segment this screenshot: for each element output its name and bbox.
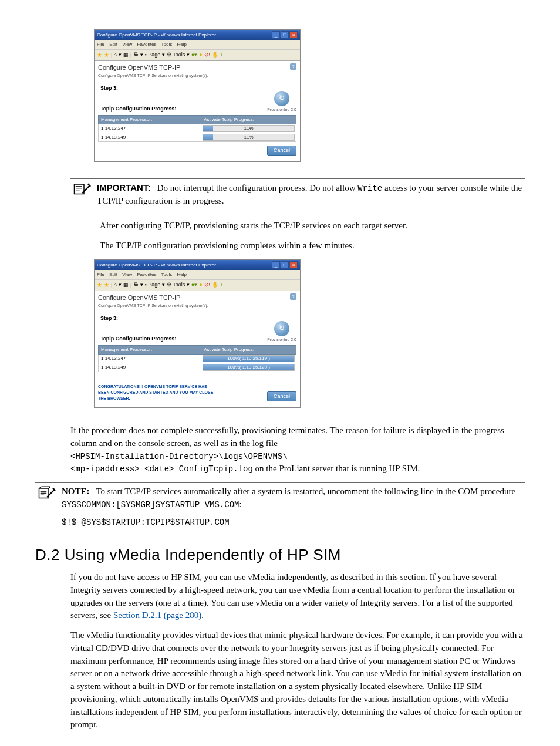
ie-toolbar: ★ ★ | ⌂ ▾ ▦ | 🖶 ▾ ▫ Page ▾ ⚙ Tools ▾ ●▾ … bbox=[95, 49, 300, 62]
progress-table: Management Processor: Activate Tcpip Pro… bbox=[98, 345, 296, 372]
tools-menu[interactable]: ⚙ Tools ▾ bbox=[167, 281, 190, 289]
section-heading: D.2 Using vMedia Independently of HP SIM bbox=[35, 544, 525, 566]
stop-icon[interactable]: ⊘! bbox=[204, 51, 211, 59]
hand-icon[interactable]: ✋ bbox=[212, 51, 218, 59]
screenshot-configure-tcpip-progress: Configure OpenVMS TCP-IP - Windows Inter… bbox=[94, 29, 301, 162]
tools-menu[interactable]: ⚙ Tools ▾ bbox=[167, 51, 190, 59]
link-section-d21[interactable]: Section D.2.1 (page 280) bbox=[113, 610, 201, 620]
page-menu[interactable]: ▫ Page ▾ bbox=[145, 51, 165, 59]
note-block: NOTE: To start TCP/IP services automatic… bbox=[35, 482, 525, 531]
note-icon bbox=[35, 485, 62, 504]
th-progress: Activate Tcpip Progress: bbox=[201, 116, 296, 124]
menu-favorites[interactable]: Favorites bbox=[137, 272, 157, 277]
important-label: IMPORTANT: bbox=[97, 183, 150, 193]
provisioning-icon: ↻ Provisioning 2.0 bbox=[267, 321, 296, 343]
circle-icon[interactable]: ● bbox=[199, 51, 202, 59]
window-title: Configure OpenVMS TCP-IP - Windows Inter… bbox=[97, 262, 216, 269]
th-mp: Management Processor: bbox=[99, 346, 201, 355]
star-icon[interactable]: ★ bbox=[104, 281, 109, 290]
page-content: Configure OpenVMS TCP-IP Configure OpenV… bbox=[95, 291, 300, 407]
progress-caption: Tcpip Configuration Progress: bbox=[98, 335, 176, 343]
progress-table: Management Processor: Activate Tcpip Pro… bbox=[98, 115, 296, 142]
step-label: Step 3: bbox=[98, 85, 176, 92]
section-paragraph: The vMedia functionality provides virtua… bbox=[70, 629, 525, 731]
menu-edit[interactable]: Edit bbox=[109, 272, 117, 277]
menu-edit[interactable]: Edit bbox=[109, 42, 117, 47]
code-path: <HPSIM-Installation-Directory>\logs\OPEN… bbox=[70, 452, 288, 461]
code-com: SYS$COMMON:[SYSMGR]SYSTARTUP_VMS.COM bbox=[62, 500, 239, 509]
menu-tools[interactable]: Tools bbox=[161, 42, 173, 47]
ie-titlebar: Configure OpenVMS TCP-IP - Windows Inter… bbox=[95, 260, 300, 270]
minimize-icon[interactable]: _ bbox=[272, 31, 280, 39]
menu-file[interactable]: File bbox=[97, 272, 104, 277]
menu-help[interactable]: Help bbox=[177, 42, 187, 47]
important-icon bbox=[70, 181, 97, 200]
music-icon[interactable]: ♪ bbox=[220, 281, 223, 289]
section-paragraph: If you do not have access to HP SIM, you… bbox=[70, 571, 525, 622]
print-icon[interactable]: 🖶 ▾ bbox=[133, 51, 143, 59]
ie-titlebar: Configure OpenVMS TCP-IP - Windows Inter… bbox=[95, 30, 300, 40]
feed-icon[interactable]: ▦ bbox=[123, 281, 129, 289]
print-icon[interactable]: 🖶 ▾ bbox=[133, 281, 143, 289]
config-subtitle: Configure OpenVMS TCP-IP Services on exi… bbox=[98, 303, 208, 309]
table-row: 1.14.13.249 11% bbox=[99, 133, 296, 141]
body-paragraph: The TCP/IP configuration provisioning co… bbox=[100, 239, 525, 252]
note-label: NOTE: bbox=[62, 487, 90, 496]
th-progress: Activate Tcpip Progress: bbox=[201, 346, 296, 355]
circle-icon[interactable]: ●▾ bbox=[191, 281, 197, 289]
menu-tools[interactable]: Tools bbox=[161, 272, 173, 277]
screenshot-configure-tcpip-complete: Configure OpenVMS TCP-IP - Windows Inter… bbox=[94, 259, 301, 408]
progress-caption: Tcpip Configuration Progress: bbox=[98, 105, 176, 113]
ie-menubar: File Edit View Favorites Tools Help bbox=[95, 40, 300, 49]
home-dropdown-icon[interactable]: ⌂ ▾ bbox=[114, 51, 122, 59]
cell-progress: 100%( 1.10.25.119 ) bbox=[201, 354, 296, 363]
ie-toolbar: ★ ★ | ⌂ ▾ ▦ | 🖶 ▾ ▫ Page ▾ ⚙ Tools ▾ ●▾ … bbox=[95, 279, 300, 292]
page-menu[interactable]: ▫ Page ▾ bbox=[145, 281, 165, 289]
cancel-button[interactable]: Cancel bbox=[267, 146, 296, 156]
cell-progress: 100%( 1.10.25.120 ) bbox=[201, 363, 296, 372]
cell-progress: 11% bbox=[201, 133, 296, 141]
cell-ip: 1.14.13.249 bbox=[99, 363, 201, 372]
maximize-icon[interactable]: □ bbox=[281, 261, 289, 269]
table-row: 1.14.13.247 100%( 1.10.25.119 ) bbox=[99, 354, 296, 363]
maximize-icon[interactable]: □ bbox=[281, 31, 289, 39]
provisioning-icon: ↻ Provisioning 2.0 bbox=[267, 91, 296, 113]
th-mp: Management Processor: bbox=[99, 116, 201, 124]
star-icon[interactable]: ★ bbox=[97, 51, 102, 60]
body-paragraph: After configuring TCP/IP, provisioning s… bbox=[100, 220, 525, 232]
menu-view[interactable]: View bbox=[122, 42, 132, 47]
menu-file[interactable]: File bbox=[97, 42, 104, 47]
table-row: 1.14.13.247 11% bbox=[99, 124, 296, 133]
star-icon[interactable]: ★ bbox=[97, 281, 102, 290]
cancel-button[interactable]: Cancel bbox=[267, 391, 296, 401]
important-note: IMPORTANT: Do not interrupt the configur… bbox=[70, 178, 525, 211]
help-icon[interactable]: ? bbox=[290, 293, 296, 300]
hand-icon[interactable]: ✋ bbox=[212, 281, 218, 289]
feed-icon[interactable]: ▦ bbox=[123, 51, 129, 59]
home-dropdown-icon[interactable]: ⌂ ▾ bbox=[114, 281, 122, 289]
minimize-icon[interactable]: _ bbox=[272, 261, 280, 269]
help-icon[interactable]: ? bbox=[290, 63, 296, 70]
globe-icon: ↻ bbox=[274, 321, 289, 336]
window-title: Configure OpenVMS TCP-IP - Windows Inter… bbox=[97, 32, 216, 39]
code-startup: $!$ @SYS$STARTUP:TCPIP$STARTUP.COM bbox=[62, 518, 230, 527]
circle-icon[interactable]: ●▾ bbox=[191, 51, 197, 59]
code-write: Write bbox=[357, 184, 382, 193]
config-subtitle: Configure OpenVMS TCP-IP Services on exi… bbox=[98, 73, 208, 79]
music-icon[interactable]: ♪ bbox=[220, 51, 223, 59]
config-title: Configure OpenVMS TCP-IP bbox=[98, 63, 208, 73]
menu-help[interactable]: Help bbox=[177, 272, 187, 277]
failure-paragraph: If the procedure does not complete succe… bbox=[70, 424, 525, 475]
code-logfile: <mp-ipaddress>_<date>_ConfigTcpip.log bbox=[70, 464, 253, 474]
circle-icon[interactable]: ● bbox=[199, 281, 202, 289]
cell-progress: 11% bbox=[201, 124, 296, 133]
note-text: To start TCP/IP services automatically a… bbox=[96, 487, 516, 496]
star-icon[interactable]: ★ bbox=[104, 51, 109, 60]
ie-menubar: File Edit View Favorites Tools Help bbox=[95, 270, 300, 279]
menu-view[interactable]: View bbox=[122, 272, 132, 277]
config-title: Configure OpenVMS TCP-IP bbox=[98, 293, 208, 303]
menu-favorites[interactable]: Favorites bbox=[137, 42, 157, 47]
stop-icon[interactable]: ⊘! bbox=[204, 281, 211, 289]
close-icon[interactable]: × bbox=[289, 261, 298, 269]
close-icon[interactable]: × bbox=[289, 31, 298, 39]
